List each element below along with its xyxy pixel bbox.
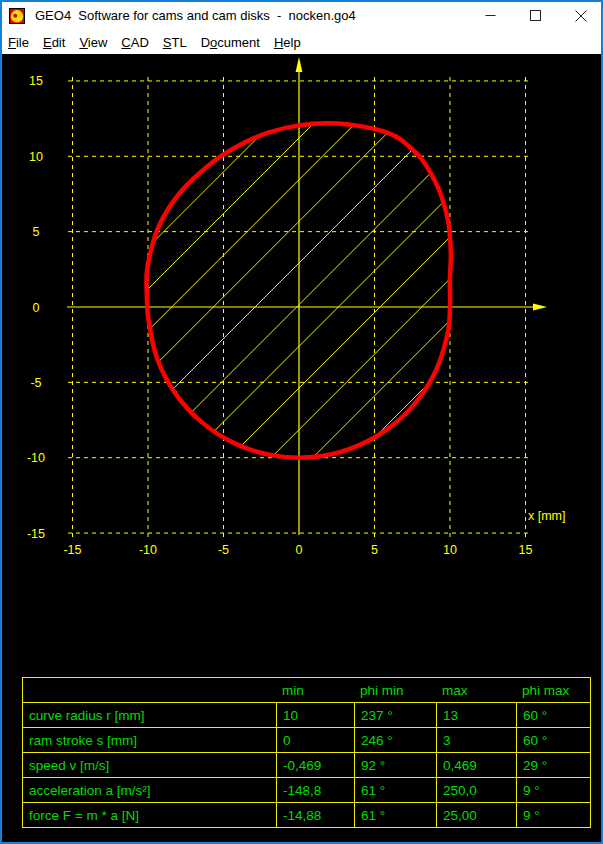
y-axis-arrow-icon xyxy=(296,57,303,72)
close-icon xyxy=(575,10,587,22)
table-header-phi min: phi min xyxy=(354,678,436,702)
minimize-button[interactable] xyxy=(468,0,513,31)
table-row: ram stroke s [mm]0246 °360 ° xyxy=(23,727,590,752)
table-cell: 60 ° xyxy=(516,728,590,752)
table-cell: 29 ° xyxy=(516,753,590,777)
table-cell: 25,00 xyxy=(436,803,516,827)
menu-view[interactable]: View xyxy=(72,33,114,52)
menu-cad[interactable]: CAD xyxy=(114,33,155,52)
axis-tick-label: -5 xyxy=(218,543,229,557)
table-cell: 246 ° xyxy=(354,728,436,752)
x-axis-label: x [mm] xyxy=(528,509,566,523)
table-cell: 13 xyxy=(436,703,516,727)
maximize-button[interactable] xyxy=(513,0,558,31)
table-row: acceleration a [m/s²]-148,861 °250,09 ° xyxy=(23,777,590,802)
table-header-phi max: phi max xyxy=(516,678,590,702)
axis-tick-label: 15 xyxy=(519,543,533,557)
menu-file[interactable]: File xyxy=(1,33,36,52)
table-cell: 9 ° xyxy=(516,778,590,802)
table-cell: 0 xyxy=(276,728,354,752)
row-label: curve radius r [mm] xyxy=(23,703,276,727)
menu-edit[interactable]: Edit xyxy=(36,33,72,52)
window-title: GEO4 Software for cams and cam disks - n… xyxy=(35,8,356,23)
app-window: GEO4 Software for cams and cam disks - n… xyxy=(0,0,603,844)
table-cell: 250,0 xyxy=(436,778,516,802)
menu-help[interactable]: Help xyxy=(267,33,308,52)
table-cell: 9 ° xyxy=(516,803,590,827)
table-cell: 0,469 xyxy=(436,753,516,777)
plot-area: 151050-5-10-15-15-10-5051015x [mm] minph… xyxy=(0,54,603,844)
menu-bar: FileEditViewCADSTLDocumentHelp xyxy=(0,31,603,54)
table-cell: 61 ° xyxy=(354,803,436,827)
table-row: force F = m * a [N]-14,8861 °25,009 ° xyxy=(23,802,590,827)
axis-tick-label: 10 xyxy=(29,150,43,164)
window-controls xyxy=(468,0,603,31)
title-bar[interactable]: GEO4 Software for cams and cam disks - n… xyxy=(0,0,603,31)
axis-tick-label: 15 xyxy=(29,74,43,88)
axis-tick-label: 10 xyxy=(443,543,457,557)
axis-tick-label: -10 xyxy=(139,543,157,557)
table-cell: 92 ° xyxy=(354,753,436,777)
table-cell: -0,469 xyxy=(276,753,354,777)
table-cell: -148,8 xyxy=(276,778,354,802)
x-axis-arrow-icon xyxy=(533,304,547,311)
axis-tick-label: -5 xyxy=(30,376,41,390)
row-label: acceleration a [m/s²] xyxy=(23,778,276,802)
table-cell: 10 xyxy=(276,703,354,727)
table-header-min: min xyxy=(276,678,354,702)
table-header-label xyxy=(23,678,276,702)
row-label: speed v [m/s] xyxy=(23,753,276,777)
close-button[interactable] xyxy=(558,0,603,31)
table-cell: 237 ° xyxy=(354,703,436,727)
table-cell: 60 ° xyxy=(516,703,590,727)
maximize-icon xyxy=(530,10,541,21)
axis-tick-label: -10 xyxy=(27,451,45,465)
axis-tick-label: 0 xyxy=(296,543,303,557)
table-cell: 3 xyxy=(436,728,516,752)
results-table: minphi minmaxphi maxcurve radius r [mm]1… xyxy=(22,677,591,828)
table-row: curve radius r [mm]10237 °1360 ° xyxy=(23,702,590,727)
axis-tick-label: 5 xyxy=(33,225,40,239)
menu-stl[interactable]: STL xyxy=(156,33,194,52)
axis-tick-label: 0 xyxy=(33,301,40,315)
axis-labels: 151050-5-10-15-15-10-5051015x [mm] xyxy=(27,74,566,557)
minimize-icon xyxy=(485,10,496,21)
menu-document[interactable]: Document xyxy=(194,33,267,52)
row-label: force F = m * a [N] xyxy=(23,803,276,827)
table-cell: -14,88 xyxy=(276,803,354,827)
axis-tick-label: 5 xyxy=(371,543,378,557)
hatch-lines xyxy=(0,54,603,594)
table-cell: 61 ° xyxy=(354,778,436,802)
row-label: ram stroke s [mm] xyxy=(23,728,276,752)
axis-tick-label: -15 xyxy=(27,527,45,541)
table-header-max: max xyxy=(436,678,516,702)
app-icon xyxy=(9,8,25,24)
axis-tick-label: -15 xyxy=(63,543,81,557)
table-header-row: minphi minmaxphi max xyxy=(23,678,590,702)
table-row: speed v [m/s]-0,46992 °0,46929 ° xyxy=(23,752,590,777)
